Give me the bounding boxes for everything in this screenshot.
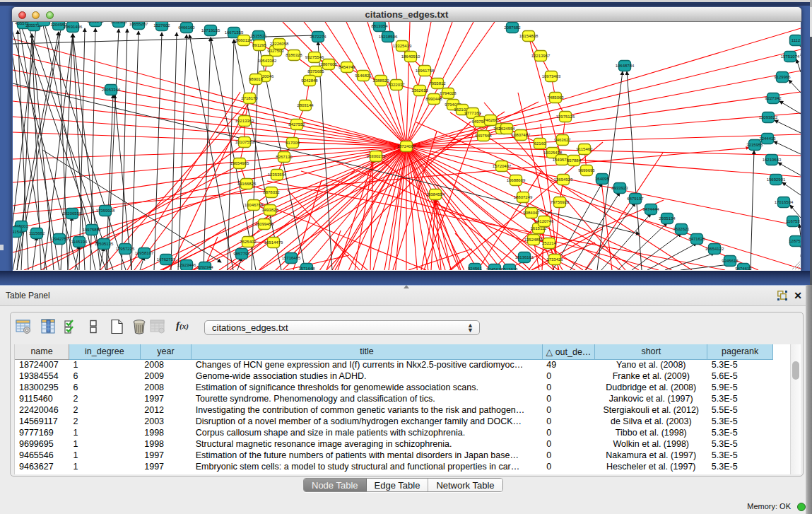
svg-text:39154: 39154 bbox=[13, 230, 22, 234]
svg-text:1244415: 1244415 bbox=[759, 136, 776, 141]
svg-text:1112: 1112 bbox=[792, 38, 801, 42]
svg-text:19218506: 19218506 bbox=[379, 35, 398, 39]
svg-text:12353594: 12353594 bbox=[268, 173, 287, 177]
svg-text:3624554: 3624554 bbox=[498, 127, 515, 131]
svg-text:9474444: 9474444 bbox=[642, 207, 659, 211]
svg-text:13325419: 13325419 bbox=[393, 44, 412, 48]
svg-text:17016504: 17016504 bbox=[775, 200, 794, 204]
svg-text:62160: 62160 bbox=[534, 141, 546, 146]
svg-text:9474612: 9474612 bbox=[735, 267, 752, 270]
svg-text:20691406: 20691406 bbox=[64, 25, 83, 29]
svg-text:1362615: 1362615 bbox=[411, 88, 428, 93]
svg-text:7955812: 7955812 bbox=[429, 81, 446, 86]
svg-text:20053346: 20053346 bbox=[102, 88, 121, 92]
svg-text:93275546: 93275546 bbox=[305, 55, 324, 59]
svg-text:10958107: 10958107 bbox=[135, 251, 154, 255]
svg-text:7515521: 7515521 bbox=[250, 34, 267, 38]
svg-text:957884: 957884 bbox=[567, 158, 582, 163]
svg-text:746266: 746266 bbox=[483, 118, 498, 122]
svg-text:9129966: 9129966 bbox=[774, 75, 791, 79]
svg-text:9245612: 9245612 bbox=[722, 259, 739, 263]
svg-text:8660124: 8660124 bbox=[235, 38, 252, 42]
svg-text:10648784: 10648784 bbox=[616, 64, 635, 68]
svg-text:25300275: 25300275 bbox=[367, 154, 386, 158]
svg-text:79756928: 79756928 bbox=[551, 200, 570, 204]
svg-text:8375685: 8375685 bbox=[307, 69, 324, 74]
svg-text:8186328: 8186328 bbox=[286, 53, 302, 57]
svg-text:6794028: 6794028 bbox=[440, 91, 457, 95]
svg-text:128753: 128753 bbox=[789, 239, 801, 243]
svg-text:3215955: 3215955 bbox=[746, 143, 763, 147]
svg-text:9463627: 9463627 bbox=[554, 138, 571, 142]
svg-text:19975857: 19975857 bbox=[83, 228, 102, 232]
svg-text:16210643: 16210643 bbox=[763, 158, 782, 162]
svg-text:16671355: 16671355 bbox=[225, 30, 244, 35]
svg-text:924561: 924561 bbox=[468, 267, 483, 270]
svg-text:10107553: 10107553 bbox=[235, 140, 254, 144]
svg-text:2087682: 2087682 bbox=[504, 25, 521, 30]
svg-text:9146821: 9146821 bbox=[355, 74, 372, 78]
svg-text:9699695: 9699695 bbox=[578, 168, 595, 173]
svg-text:7625402: 7625402 bbox=[240, 240, 257, 244]
svg-text:10961758: 10961758 bbox=[416, 69, 435, 73]
svg-text:9084047: 9084047 bbox=[523, 211, 540, 215]
svg-text:6479197: 6479197 bbox=[627, 197, 644, 201]
svg-text:14120746: 14120746 bbox=[535, 219, 554, 223]
svg-text:8471626: 8471626 bbox=[688, 237, 705, 241]
svg-text:10655287: 10655287 bbox=[129, 22, 148, 26]
svg-text:8454749: 8454749 bbox=[339, 65, 355, 69]
svg-text:16154808: 16154808 bbox=[519, 34, 539, 38]
svg-text:16914479: 16914479 bbox=[264, 240, 283, 245]
svg-text:12213363: 12213363 bbox=[235, 119, 254, 123]
svg-text:8813054: 8813054 bbox=[371, 24, 388, 28]
svg-text:13654923: 13654923 bbox=[554, 177, 573, 182]
svg-text:116753: 116753 bbox=[786, 219, 800, 223]
svg-text:989016: 989016 bbox=[249, 77, 264, 81]
svg-text:8878332: 8878332 bbox=[263, 190, 280, 194]
svg-text:12975125: 12975125 bbox=[556, 115, 575, 119]
svg-text:7632621: 7632621 bbox=[673, 227, 690, 231]
svg-text:6466160: 6466160 bbox=[178, 25, 195, 30]
svg-text:1513616: 1513616 bbox=[501, 267, 518, 270]
svg-text:10654122: 10654122 bbox=[705, 247, 724, 251]
svg-text:15720407: 15720407 bbox=[493, 164, 512, 168]
svg-text:1652903: 1652903 bbox=[110, 22, 127, 24]
svg-text:19166825: 19166825 bbox=[237, 182, 257, 186]
svg-text:7485063: 7485063 bbox=[547, 95, 564, 100]
svg-text:1527602: 1527602 bbox=[153, 23, 170, 28]
svg-text:8990448: 8990448 bbox=[425, 97, 442, 101]
svg-text:17359928: 17359928 bbox=[96, 209, 115, 213]
svg-text:1292344: 1292344 bbox=[196, 265, 213, 269]
svg-text:17957225: 17957225 bbox=[116, 247, 135, 251]
svg-text:19384554: 19384554 bbox=[426, 192, 445, 197]
svg-text:18724007: 18724007 bbox=[397, 144, 416, 148]
svg-text:9245612: 9245612 bbox=[486, 267, 503, 270]
svg-text:15751074: 15751074 bbox=[781, 54, 800, 59]
svg-text:12505135: 12505135 bbox=[95, 242, 114, 246]
svg-text:1145194: 1145194 bbox=[71, 240, 88, 244]
svg-text:10719155: 10719155 bbox=[201, 28, 220, 33]
svg-text:10973403: 10973403 bbox=[542, 74, 561, 78]
svg-text:9857791: 9857791 bbox=[233, 252, 250, 256]
svg-text:20206558: 20206558 bbox=[63, 211, 82, 216]
svg-text:3493822: 3493822 bbox=[261, 208, 278, 212]
svg-text:1115682: 1115682 bbox=[29, 231, 45, 235]
svg-text:18807249: 18807249 bbox=[514, 195, 533, 199]
svg-text:9227342: 9227342 bbox=[765, 96, 782, 100]
svg-text:2935134: 2935134 bbox=[659, 216, 676, 221]
svg-text:1093842: 1093842 bbox=[87, 22, 104, 23]
svg-text:10543382: 10543382 bbox=[258, 59, 277, 63]
svg-text:12942757: 12942757 bbox=[50, 237, 69, 241]
svg-text:15716485: 15716485 bbox=[282, 256, 301, 260]
svg-text:164095: 164095 bbox=[595, 177, 610, 181]
svg-text:8322037: 8322037 bbox=[388, 83, 405, 87]
svg-text:2718170: 2718170 bbox=[241, 96, 258, 100]
svg-text:19654985: 19654985 bbox=[230, 161, 249, 165]
svg-text:891295: 891295 bbox=[252, 43, 267, 47]
svg-text:8427552: 8427552 bbox=[288, 122, 305, 127]
svg-text:12213967: 12213967 bbox=[531, 54, 551, 58]
svg-text:10807487: 10807487 bbox=[512, 133, 531, 137]
svg-text:6497568: 6497568 bbox=[475, 134, 492, 138]
svg-text:252214: 252214 bbox=[542, 241, 557, 245]
svg-text:10046768: 10046768 bbox=[245, 203, 264, 207]
